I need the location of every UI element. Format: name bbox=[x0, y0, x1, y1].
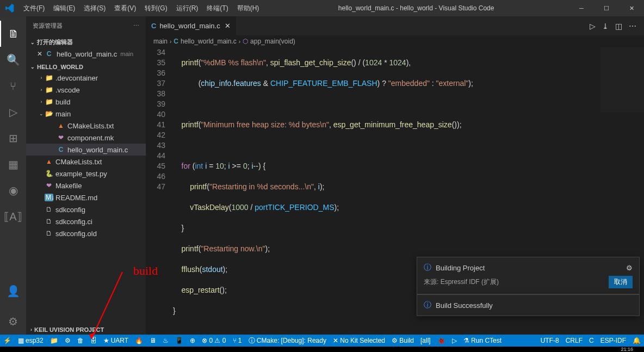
bracket-icon[interactable]: ⟦A⟧ bbox=[0, 203, 26, 230]
extensions-icon[interactable]: ⊞ bbox=[0, 125, 26, 151]
tree-item[interactable]: ▲CMakeLists.txt bbox=[26, 156, 146, 168]
status-all[interactable]: [all] bbox=[417, 335, 434, 347]
maximize-button[interactable]: ☐ bbox=[594, 0, 619, 16]
explorer-icon[interactable]: 🗎 bbox=[0, 21, 26, 47]
minimize-button[interactable]: ─ bbox=[569, 0, 594, 16]
status-db[interactable]: 🗄 bbox=[87, 335, 100, 347]
status-gear[interactable]: ⚙ bbox=[61, 335, 74, 347]
os-taskbar: 21:16 bbox=[0, 347, 644, 352]
close-button[interactable]: ✕ bbox=[619, 0, 644, 16]
tree-item[interactable]: 🐍example_test.py bbox=[26, 168, 146, 180]
tree-item[interactable]: ⌄📂main bbox=[26, 108, 146, 120]
tree-item[interactable]: ›📁.devcontainer bbox=[26, 72, 146, 84]
rainbow-icon[interactable]: ◉ bbox=[0, 177, 26, 203]
sidebar-more-icon[interactable]: ⋯ bbox=[133, 22, 139, 29]
open-editors-section[interactable]: ⌄打开的编辑器 bbox=[26, 36, 146, 48]
more-icon[interactable]: ⋯ bbox=[626, 22, 640, 30]
info-icon: ⓘ bbox=[424, 300, 431, 310]
close-icon[interactable]: ✕ bbox=[37, 50, 42, 58]
menu-select[interactable]: 选择(S) bbox=[79, 4, 110, 13]
tab-hello-world[interactable]: C hello_world_main.c ✕ bbox=[146, 16, 237, 35]
menu-edit[interactable]: 编辑(E) bbox=[49, 4, 79, 13]
run-debug-icon[interactable]: ▷ bbox=[0, 99, 26, 125]
tree-item[interactable]: M↓README.md bbox=[26, 192, 146, 203]
status-cmake[interactable]: ⓘ CMake: [Debug]: Ready bbox=[245, 335, 330, 347]
close-tab-icon[interactable]: ✕ bbox=[225, 22, 231, 30]
project-section[interactable]: ⌄HELLO_WORLD bbox=[26, 62, 146, 72]
status-plug[interactable]: ⚡ bbox=[0, 335, 15, 347]
chip-icon[interactable]: ▦ bbox=[0, 151, 26, 177]
c-file-icon: C bbox=[45, 50, 53, 58]
c-file-icon: C bbox=[151, 22, 156, 30]
window-title: hello_world_main.c - hello_world - Visua… bbox=[263, 4, 569, 12]
minimap[interactable] bbox=[600, 47, 644, 113]
menu-run[interactable]: 运行(R) bbox=[172, 4, 203, 13]
open-editor-item[interactable]: ✕ C hello_world_main.c main bbox=[26, 48, 146, 60]
line-gutter: 3435363738394041424344454647 bbox=[146, 47, 173, 335]
status-add[interactable]: ⊕ bbox=[187, 335, 199, 347]
status-bug[interactable]: 🐞 bbox=[434, 335, 449, 347]
tree-item[interactable]: 🗋sdkconfig bbox=[26, 203, 146, 215]
notification-success: ⓘ Build Successfully bbox=[417, 294, 640, 316]
status-eol[interactable]: CRLF bbox=[562, 335, 586, 347]
tree-item[interactable]: 🗋sdkconfig.old bbox=[26, 227, 146, 239]
tree-item[interactable]: ›📁build bbox=[26, 96, 146, 108]
tree-item[interactable]: 🗋sdkconfig.ci bbox=[26, 215, 146, 227]
account-icon[interactable]: 👤 bbox=[0, 278, 26, 304]
menu-help[interactable]: 帮助(H) bbox=[233, 4, 264, 13]
split-down-icon[interactable]: ⤓ bbox=[599, 22, 612, 30]
run-icon[interactable]: ▷ bbox=[586, 22, 599, 30]
tree-item[interactable]: ❤component.mk bbox=[26, 132, 146, 144]
tree-item[interactable]: Chello_world_main.c bbox=[26, 144, 146, 156]
gear-icon[interactable]: ⚙ bbox=[626, 264, 633, 272]
split-right-icon[interactable]: ◫ bbox=[612, 22, 626, 30]
status-ctest[interactable]: ⚗ Run CTest bbox=[460, 335, 505, 347]
breadcrumb[interactable]: main› Chello_world_main.c› ⬡app_main(voi… bbox=[146, 35, 644, 47]
status-fork[interactable]: ⑂ 1 bbox=[230, 335, 245, 347]
manage-icon[interactable]: ⚙ bbox=[0, 308, 26, 335]
menu-goto[interactable]: 转到(G) bbox=[140, 4, 171, 13]
status-encoding[interactable]: UTF-8 bbox=[537, 335, 562, 347]
tree-item[interactable]: ›📁.vscode bbox=[26, 84, 146, 96]
status-uart[interactable]: ★UART bbox=[100, 335, 132, 347]
status-lang[interactable]: C bbox=[586, 335, 597, 347]
notification-building: ⓘ Building Project ⚙ 来源: Espressif IDF (… bbox=[417, 257, 640, 294]
status-flash[interactable]: 🔥 bbox=[132, 335, 146, 347]
sidebar-title: 资源管理器 bbox=[33, 22, 63, 30]
source-control-icon[interactable]: ⑂ bbox=[0, 73, 26, 99]
status-folder[interactable]: 📁 bbox=[47, 335, 61, 347]
status-fire[interactable]: ♨ bbox=[159, 335, 172, 347]
menu-file[interactable]: 文件(F) bbox=[19, 4, 49, 13]
tree-item[interactable]: ▲CMakeLists.txt bbox=[26, 120, 146, 132]
search-icon[interactable]: 🔍 bbox=[0, 47, 26, 73]
tree-item[interactable]: ❤Makefile bbox=[26, 180, 146, 192]
status-trash[interactable]: 🗑 bbox=[74, 335, 87, 347]
info-icon: ⓘ bbox=[424, 263, 431, 273]
status-bell[interactable]: 🔔 bbox=[629, 335, 644, 347]
menu-view[interactable]: 查看(V) bbox=[110, 4, 140, 13]
menu-terminal[interactable]: 终端(T) bbox=[202, 4, 232, 13]
cancel-button[interactable]: 取消 bbox=[609, 276, 633, 288]
status-app[interactable]: 📱 bbox=[172, 335, 187, 347]
status-monitor[interactable]: 🖥 bbox=[146, 335, 159, 347]
status-play[interactable]: ▷ bbox=[449, 335, 460, 347]
status-target[interactable]: ▦esp32 bbox=[15, 335, 47, 347]
status-errors[interactable]: ⊗ 0 ⚠ 0 bbox=[199, 335, 229, 347]
vscode-logo bbox=[0, 4, 19, 13]
status-kit[interactable]: ✕ No Kit Selected bbox=[330, 335, 388, 347]
status-build[interactable]: ⚙ Build bbox=[388, 335, 417, 347]
keil-section[interactable]: ›KEIL UVISION PROJECT bbox=[26, 325, 146, 335]
status-idf[interactable]: ESP-IDF bbox=[597, 335, 629, 347]
